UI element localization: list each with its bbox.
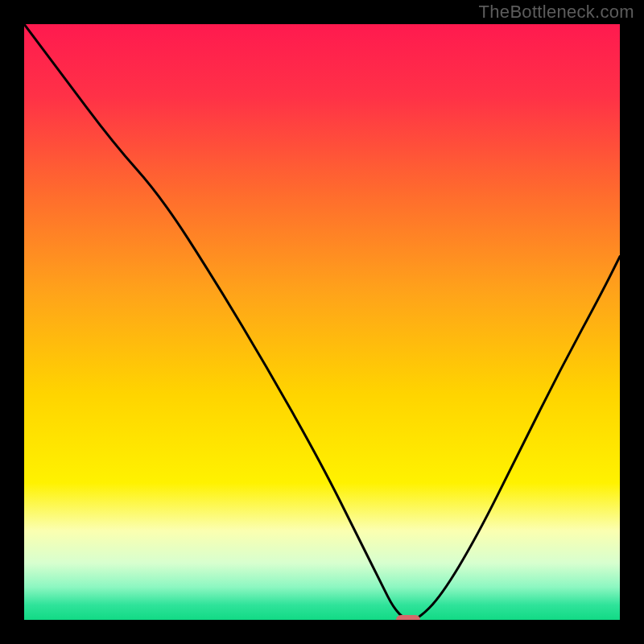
attribution-text: TheBottleneck.com	[479, 2, 634, 23]
chart-frame: TheBottleneck.com	[0, 0, 644, 644]
optimal-marker	[396, 615, 420, 620]
plot-area	[24, 24, 620, 620]
bottleneck-curve	[24, 24, 620, 620]
